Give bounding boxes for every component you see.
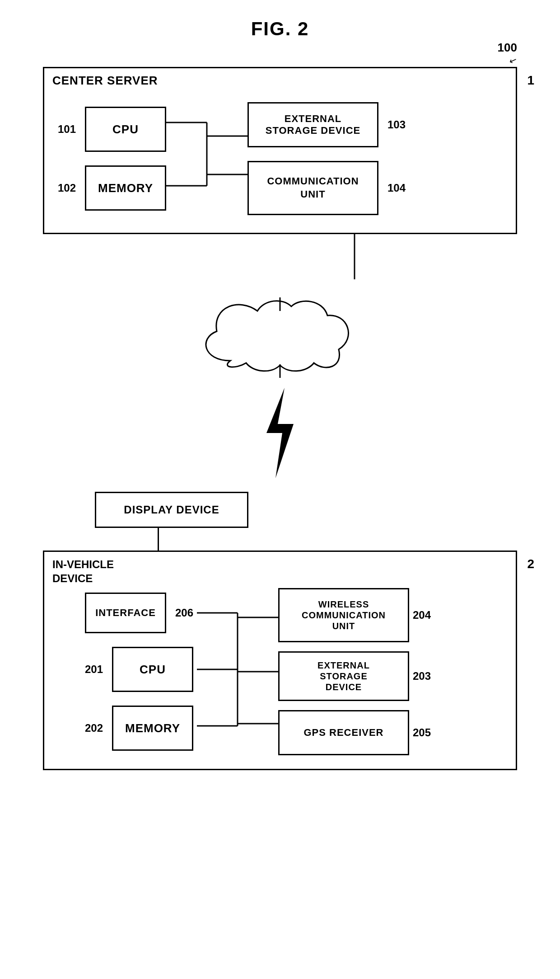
- ref-104: 104: [384, 182, 406, 194]
- ref-2: 2: [527, 557, 534, 571]
- ref-101: 101: [58, 123, 79, 136]
- ref-204: 204: [413, 609, 431, 621]
- center-server-ext-storage-box: EXTERNAL STORAGE DEVICE: [247, 102, 378, 147]
- cloud-svg: [194, 297, 366, 379]
- in-vehicle-memory-box: MEMORY: [112, 706, 193, 751]
- in-vehicle-cpu-box: CPU: [112, 647, 193, 692]
- figure-title: FIG. 2: [27, 18, 533, 40]
- lightning-svg: [253, 388, 307, 478]
- ref-103: 103: [384, 118, 406, 131]
- gps-receiver-box: GPS RECEIVER: [278, 710, 409, 755]
- center-server-label: CENTER SERVER: [52, 74, 158, 88]
- in-vehicle-bus-svg: [197, 593, 278, 751]
- ref-202: 202: [85, 722, 107, 734]
- center-server-cpu-box: CPU: [85, 107, 166, 152]
- wireless-comm-box: WIRELESS COMMUNICATION UNIT: [278, 588, 409, 642]
- lightning-symbol: [27, 388, 533, 478]
- server-to-cloud-line: [43, 234, 517, 279]
- interface-box: INTERFACE: [85, 593, 166, 633]
- display-device-box: DISPLAY DEVICE: [95, 492, 248, 528]
- ref-206: 206: [175, 607, 197, 619]
- ref-205: 205: [413, 726, 431, 739]
- in-vehicle-ext-storage-box: EXTERNAL STORAGE DEVICE: [278, 651, 409, 701]
- ref-102: 102: [58, 182, 79, 194]
- in-vehicle-box: IN-VEHICLEDEVICE INTERFACE 206 201 CPU 2…: [43, 551, 517, 770]
- svg-marker-8: [266, 388, 294, 478]
- ref-1: 1: [527, 73, 534, 88]
- cloud-symbol: [27, 297, 533, 379]
- ref-201: 201: [85, 663, 107, 676]
- center-server-comm-unit-box: COMMUNICATION UNIT: [247, 161, 378, 215]
- ref-203: 203: [413, 670, 431, 682]
- ref-100-arrow: ↙: [508, 54, 518, 66]
- in-vehicle-label: IN-VEHICLEDEVICE: [52, 557, 114, 585]
- center-server-box: CENTER SERVER 101 CPU 102 MEMORY: [43, 67, 517, 234]
- display-to-invehicle-line: [158, 528, 159, 551]
- center-server-memory-box: MEMORY: [85, 165, 166, 211]
- center-server-bus-svg: [166, 100, 247, 217]
- ref-100-label: 100: [498, 41, 517, 55]
